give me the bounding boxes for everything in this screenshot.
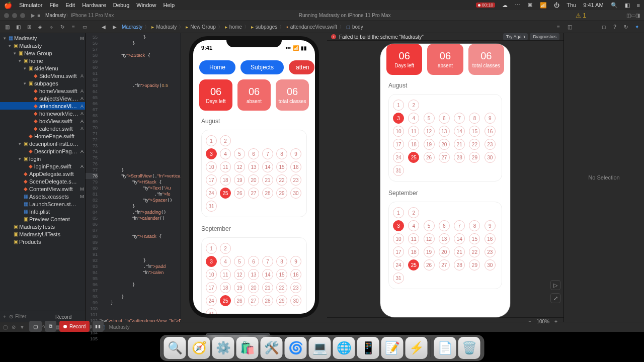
- calendar-day[interactable]: 1: [393, 207, 404, 218]
- nav-item[interactable]: ◆SceneDelegate.swift: [0, 177, 85, 185]
- pause-button[interactable]: ▮▮: [93, 321, 104, 332]
- calendar-day[interactable]: 27: [439, 152, 450, 163]
- calendar-day[interactable]: 26: [424, 259, 435, 270]
- calendar-day[interactable]: 31: [206, 308, 217, 314]
- calendar-day[interactable]: 23: [485, 246, 496, 257]
- calendar-day[interactable]: 5: [234, 256, 245, 267]
- try-again-button[interactable]: Try Again: [503, 33, 528, 40]
- calendar-day[interactable]: 21: [262, 174, 273, 186]
- calendar-day[interactable]: 13: [248, 269, 259, 280]
- calendar-day[interactable]: 12: [424, 233, 435, 244]
- calendar-day[interactable]: 23: [485, 139, 496, 150]
- nav-item[interactable]: ▦LaunchScreen.storyboard: [0, 200, 85, 208]
- calendar-day[interactable]: 8: [469, 220, 480, 231]
- dock-app[interactable]: 🌀: [285, 337, 307, 359]
- calendar-day[interactable]: 15: [276, 269, 287, 280]
- inspector-tab-icon[interactable]: ◻: [600, 23, 608, 31]
- calendar-day[interactable]: 6: [248, 256, 259, 267]
- calendar-day[interactable]: 14: [262, 269, 273, 280]
- calendar-day[interactable]: 20: [248, 282, 259, 293]
- menu-item[interactable]: Window: [136, 2, 156, 8]
- calendar-day[interactable]: 27: [248, 295, 259, 306]
- calendar-day[interactable]: 16: [485, 233, 496, 244]
- calendar-day[interactable]: 6: [439, 220, 450, 231]
- calendar-day[interactable]: 2: [220, 135, 231, 146]
- calendar-day[interactable]: 23: [290, 174, 301, 186]
- calendar-day[interactable]: 12: [234, 161, 245, 172]
- nav-item[interactable]: ▾▣descriptionFirstLogin: [0, 140, 85, 147]
- calendar-day[interactable]: 24: [393, 152, 404, 163]
- calendar-day[interactable]: 20: [439, 246, 450, 257]
- calendar-day[interactable]: 11: [408, 233, 419, 244]
- calendar-day[interactable]: 21: [454, 246, 465, 257]
- traffic-lights[interactable]: [4, 13, 25, 18]
- calendar-day[interactable]: 29: [276, 188, 287, 199]
- calendar-day[interactable]: 1: [206, 243, 217, 254]
- calendar-day[interactable]: 16: [485, 126, 496, 137]
- calendar-day[interactable]: 10: [206, 161, 217, 172]
- calendar-day[interactable]: 17: [393, 246, 404, 257]
- editor-jumpbar[interactable]: ▥ ◧⊞◈ ⟐↻≡ ▭ ◀ ▶ Madrasty〉 ▸Madrasty〉 ▸Ne…: [0, 21, 644, 33]
- calendar-day[interactable]: 14: [454, 233, 465, 244]
- nav-item[interactable]: ▣Products: [0, 238, 85, 245]
- filter-icon[interactable]: ⊙: [9, 314, 13, 319]
- calendar-day[interactable]: 19: [424, 139, 435, 150]
- calendar-day[interactable]: 3: [393, 113, 404, 124]
- calendar-day[interactable]: 1: [206, 135, 217, 146]
- calendar-day[interactable]: 18: [220, 282, 231, 293]
- calendar-day[interactable]: 26: [234, 188, 245, 199]
- nav-item[interactable]: ◆homeView.swiftA: [0, 87, 85, 95]
- control-center-icon[interactable]: ◧: [625, 2, 630, 9]
- calendar-day[interactable]: 4: [220, 148, 231, 159]
- calendar-day[interactable]: 22: [276, 174, 287, 186]
- calendar-day[interactable]: 20: [248, 174, 259, 186]
- calendar-day[interactable]: 29: [469, 259, 480, 270]
- dock-app[interactable]: ⚡: [406, 337, 428, 359]
- dock-app[interactable]: 📝: [381, 337, 404, 359]
- forward-button[interactable]: ▶: [111, 23, 119, 31]
- calendar-day[interactable]: 12: [234, 269, 245, 280]
- calendar-day[interactable]: 11: [220, 269, 231, 280]
- preview-settings-button[interactable]: ⤢: [550, 293, 560, 303]
- tab-pill[interactable]: atten: [289, 60, 314, 74]
- calendar-day[interactable]: 7: [262, 148, 273, 159]
- calendar-day[interactable]: 17: [206, 282, 217, 293]
- menu-item[interactable]: Edit: [65, 2, 75, 8]
- nav-item[interactable]: ◆subjectsView.swiftA: [0, 95, 85, 102]
- calendar-day[interactable]: 5: [234, 148, 245, 159]
- nav-item[interactable]: ▾▣home: [0, 57, 85, 64]
- calendar-day[interactable]: 28: [454, 259, 465, 270]
- calendar-day[interactable]: 19: [424, 246, 435, 257]
- calendar-day[interactable]: 21: [262, 282, 273, 293]
- calendar-day[interactable]: 20: [439, 139, 450, 150]
- calendar-day[interactable]: 6: [439, 113, 450, 124]
- nav-item[interactable]: ▾▦MadrastyM: [0, 34, 85, 42]
- menu-item[interactable]: Simulator: [19, 2, 42, 8]
- nav-item[interactable]: ◆ContentView.swiftM: [0, 185, 85, 193]
- calendar-day[interactable]: 2: [220, 243, 231, 254]
- dock-app[interactable]: 🔍: [164, 337, 186, 359]
- status-icon[interactable]: ☁︎: [502, 2, 508, 9]
- calendar-day[interactable]: 9: [485, 220, 496, 231]
- nav-item[interactable]: ▾▣subpages: [0, 79, 85, 87]
- calendar-day[interactable]: 6: [248, 148, 259, 159]
- status-icon[interactable]: ⌘: [527, 2, 533, 9]
- calendar-day[interactable]: 13: [248, 161, 259, 172]
- menu-item[interactable]: Hardware: [82, 2, 106, 8]
- calendar-day[interactable]: 7: [262, 256, 273, 267]
- calendar-day[interactable]: 25: [220, 295, 231, 306]
- screenshot-button[interactable]: ▢: [29, 321, 42, 332]
- calendar-day[interactable]: 5: [424, 220, 435, 231]
- editor-options-icon[interactable]: ≡: [554, 23, 562, 31]
- calendar-day[interactable]: 9: [290, 148, 301, 159]
- calendar-day[interactable]: 8: [276, 256, 287, 267]
- nav-item[interactable]: ▾▣sideMenu: [0, 64, 85, 72]
- nav-item[interactable]: ◆AppDelegate.swift: [0, 170, 85, 177]
- calendar-day[interactable]: 14: [454, 126, 465, 137]
- calendar-day[interactable]: 16: [290, 161, 301, 172]
- calendar-day[interactable]: 8: [469, 113, 480, 124]
- calendar-day[interactable]: 19: [234, 174, 245, 186]
- nav-item[interactable]: ◆boxView.swiftA: [0, 117, 85, 125]
- calendar-day[interactable]: 22: [469, 139, 480, 150]
- calendar-day[interactable]: 26: [424, 152, 435, 163]
